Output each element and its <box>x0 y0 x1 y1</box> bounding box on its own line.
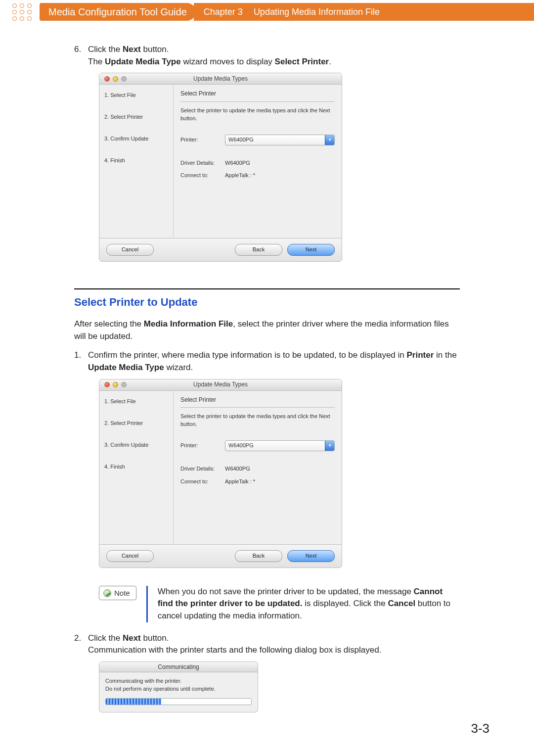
wizard-step-item: 3. Confirm Update <box>104 441 168 449</box>
zoom-icon <box>121 76 127 82</box>
wizard-window: Update Media Types 1. Select File 2. Sel… <box>99 73 342 262</box>
printer-select-value: W6400PG <box>228 442 254 450</box>
step-number: 1. <box>74 349 88 579</box>
step-2: 2. Click the Next button. Communication … <box>74 632 460 712</box>
text-bold: Next <box>123 633 141 643</box>
wizard-step-item: 2. Select Printer <box>104 113 168 121</box>
cancel-button[interactable]: Cancel <box>106 244 154 256</box>
connect-to-label: Connect to: <box>180 172 225 180</box>
wizard-step-item: 2. Select Printer <box>104 420 168 427</box>
panel-heading: Select Printer <box>180 90 335 101</box>
progress-fill <box>106 699 161 705</box>
panel-instruction: Select the printer to update the media t… <box>180 413 335 428</box>
decoration-dots <box>0 0 40 24</box>
dropdown-arrow-icon[interactable]: ▾ <box>325 441 334 451</box>
cancel-button[interactable]: Cancel <box>106 550 154 562</box>
dialog-title: Communicating <box>99 662 258 672</box>
zoom-icon <box>121 382 127 387</box>
close-icon[interactable] <box>104 76 110 82</box>
window-titlebar: Update Media Types <box>99 73 342 85</box>
minimize-icon[interactable] <box>113 382 118 387</box>
chapter-number: Chapter 3 <box>204 7 243 17</box>
wizard-steps-sidebar: 1. Select File 2. Select Printer 3. Conf… <box>99 85 174 238</box>
text-bold: Update Media Type <box>105 57 181 66</box>
next-button[interactable]: Next <box>287 550 335 562</box>
text: wizard. <box>164 363 193 372</box>
communicating-dialog: Communicating Communicating with the pri… <box>99 662 258 712</box>
step-1: 1. Confirm the printer, where media type… <box>74 349 460 579</box>
connect-to-value: AppleTalk : * <box>225 172 255 180</box>
step-number: 6. <box>74 44 88 274</box>
window-titlebar: Update Media Types <box>99 379 342 391</box>
text: button. <box>141 45 169 54</box>
text-bold: Printer <box>406 350 434 360</box>
text: in the <box>434 350 456 360</box>
note-text: When you do not save the printer driver … <box>158 586 460 622</box>
guide-title-badge: Media Configuration Tool Guide <box>40 3 196 21</box>
note-badge: Note <box>99 586 136 601</box>
note-block: Note When you do not save the printer dr… <box>99 586 460 622</box>
driver-details-value: W6400PG <box>225 159 250 167</box>
doc-header: Media Configuration Tool Guide Chapter 3… <box>0 0 534 24</box>
connect-to-value: AppleTalk : * <box>225 478 255 486</box>
text-bold: Update Media Type <box>88 363 164 372</box>
wizard-window: Update Media Types 1. Select File 2. Sel… <box>99 379 342 568</box>
window-title: Update Media Types <box>99 75 342 83</box>
wizard-step-item: 3. Confirm Update <box>104 135 168 143</box>
progress-bar <box>105 698 252 705</box>
chapter-title: Updating Media Information File <box>254 7 380 17</box>
step-6: 6. Click the Next button. The Update Med… <box>74 44 460 274</box>
dialog-line1: Communicating with the printer. <box>105 677 252 685</box>
pencil-note-icon <box>103 589 111 597</box>
text: button. <box>141 633 169 643</box>
printer-label: Printer: <box>180 442 225 450</box>
wizard-steps-sidebar: 1. Select File 2. Select Printer 3. Conf… <box>99 391 174 544</box>
text: Click the <box>88 633 123 643</box>
close-icon[interactable] <box>104 382 110 387</box>
driver-details-value: W6400PG <box>225 465 250 473</box>
text: Confirm the printer, where media type in… <box>88 350 406 360</box>
window-title: Update Media Types <box>99 380 342 389</box>
dropdown-arrow-icon[interactable]: ▾ <box>325 135 334 145</box>
panel-instruction: Select the printer to update the media t… <box>180 107 335 123</box>
dialog-line2: Do not perform any operations until comp… <box>105 685 252 693</box>
text: wizard moves to display <box>181 57 275 66</box>
text-bold: Select Printer <box>275 57 329 66</box>
wizard-step-item: 1. Select File <box>104 92 168 99</box>
driver-details-label: Driver Details: <box>180 159 225 167</box>
printer-select[interactable]: W6400PG ▾ <box>225 440 335 451</box>
section-intro: After selecting the Media Information Fi… <box>74 318 460 342</box>
text: Click the <box>88 45 123 54</box>
next-button[interactable]: Next <box>287 244 335 256</box>
section-divider <box>74 288 460 289</box>
panel-heading: Select Printer <box>180 396 335 408</box>
note-label: Note <box>114 588 130 599</box>
driver-details-label: Driver Details: <box>180 465 225 473</box>
printer-select-value: W6400PG <box>228 136 254 144</box>
wizard-step-item: 1. Select File <box>104 398 168 406</box>
wizard-step-item: 4. Finish <box>104 157 168 165</box>
note-divider <box>146 586 148 622</box>
wizard-step-item: 4. Finish <box>104 463 168 471</box>
chapter-bar: Chapter 3 Updating Media Information Fil… <box>194 3 534 21</box>
text: The <box>88 57 105 66</box>
printer-label: Printer: <box>180 136 225 144</box>
text-bold: Next <box>123 45 141 54</box>
back-button[interactable]: Back <box>235 244 282 256</box>
text: Communication with the printer starts an… <box>88 644 460 657</box>
text: . <box>329 57 331 66</box>
section-heading: Select Printer to Update <box>74 294 460 310</box>
page-number: 3-3 <box>471 721 490 736</box>
step-number: 2. <box>74 632 88 712</box>
printer-select[interactable]: W6400PG ▾ <box>225 135 335 145</box>
connect-to-label: Connect to: <box>180 478 225 486</box>
back-button[interactable]: Back <box>235 550 282 562</box>
minimize-icon[interactable] <box>113 76 118 82</box>
